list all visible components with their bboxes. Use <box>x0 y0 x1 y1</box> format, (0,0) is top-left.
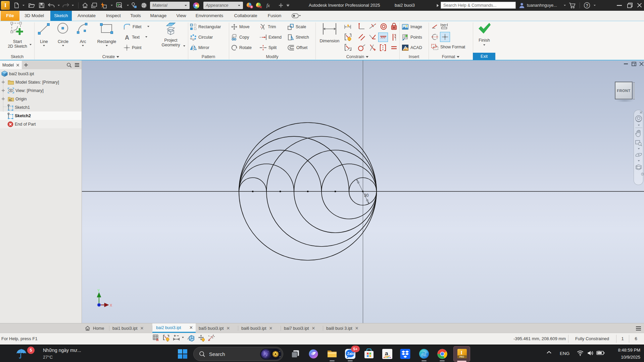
help-icon[interactable]: ? <box>583 2 591 9</box>
copy-button[interactable]: Copy <box>231 34 249 41</box>
show-format-button[interactable]: Show Format <box>431 44 465 50</box>
ms-store-button[interactable] <box>364 349 374 359</box>
look-at-icon[interactable] <box>635 163 642 171</box>
tree-item-model-states[interactable]: Model States: [Primary] <box>0 78 82 86</box>
concentric-constraint-button[interactable] <box>380 23 387 30</box>
weather-icon[interactable] <box>15 349 27 359</box>
expand-plus-icon[interactable] <box>1 97 5 101</box>
doc-tab-bai6[interactable]: bai6 buoi3.ipt✕ <box>238 323 276 333</box>
doc-tab-bai2-active[interactable]: bai2 buoi3.ipt✕ <box>152 323 196 333</box>
user-icon[interactable] <box>518 2 526 9</box>
browser-tab-close-icon[interactable] <box>16 63 19 67</box>
orbit-caret[interactable] <box>635 160 642 162</box>
constraint-inference-toggle[interactable] <box>163 334 170 342</box>
arc-button[interactable]: Arc <box>74 22 92 46</box>
exit-panel-label[interactable]: Exit <box>473 53 495 60</box>
driven-dimension-button[interactable]: (x) <box>440 23 448 30</box>
symmetry-constraint-button[interactable] <box>379 44 387 51</box>
tray-language[interactable]: ENG <box>560 351 569 356</box>
scale-button[interactable]: Scale <box>287 24 306 30</box>
zoom-window-icon[interactable] <box>635 139 642 147</box>
tree-item-end-of-part[interactable]: End of Part <box>0 120 82 128</box>
store-cart-icon[interactable] <box>568 2 576 9</box>
redo-button[interactable] <box>62 2 69 9</box>
horizontal-constraint-button[interactable] <box>378 33 388 42</box>
stretch-button[interactable]: Stretch <box>287 34 309 41</box>
equal-constraint-button[interactable] <box>391 44 397 51</box>
zoom-caret[interactable] <box>635 148 642 150</box>
dimension-display-toggle[interactable] <box>172 334 180 342</box>
tree-item-origin[interactable]: Origin <box>0 95 82 103</box>
new-window-button[interactable] <box>90 2 98 9</box>
ribbon-tab-3d-model[interactable]: 3D Model <box>20 11 48 21</box>
dropbox-button[interactable] <box>400 349 410 359</box>
capture-icon[interactable] <box>116 2 123 9</box>
edge-button[interactable] <box>419 349 429 359</box>
appearance-combobox[interactable]: Appearance <box>203 2 243 9</box>
start-2d-sketch-caret[interactable] <box>30 44 32 45</box>
create-panel-label[interactable]: Create <box>35 54 187 59</box>
tangent-constraint-button[interactable] <box>369 34 376 41</box>
add-qat-icon[interactable] <box>277 2 285 9</box>
dimension-display-caret[interactable] <box>182 337 184 338</box>
quick-launch-dropdown[interactable] <box>110 4 113 7</box>
clear-appearance-icon[interactable] <box>255 2 263 9</box>
circular-pattern-button[interactable]: Circular <box>190 34 213 41</box>
fillet-caret[interactable] <box>147 26 149 27</box>
snap-grid-toggle[interactable] <box>153 334 160 342</box>
circle-caret[interactable] <box>62 45 64 46</box>
close-tab-icon[interactable]: ✕ <box>189 325 193 330</box>
line-button[interactable]: Line <box>35 22 53 46</box>
project-geometry-caret[interactable] <box>183 45 185 47</box>
text-button[interactable]: A Text <box>124 34 140 41</box>
insert-acad-button[interactable]: ACAD <box>402 44 422 51</box>
dimension-button[interactable]: Dimension <box>317 22 342 43</box>
tray-wifi-icon[interactable] <box>577 350 584 356</box>
copilot-button[interactable] <box>308 349 318 359</box>
weather-temperature[interactable]: 27°C <box>43 355 53 360</box>
tray-volume-icon[interactable] <box>587 350 594 356</box>
tree-item-sketch1[interactable]: Sketch1 <box>0 103 82 111</box>
ribbon-tab-sketch[interactable]: Sketch <box>50 11 72 21</box>
move-hint-toggle[interactable] <box>198 334 205 342</box>
lock-constraint-button[interactable] <box>391 22 397 30</box>
insert-image-button[interactable]: Image <box>402 24 422 30</box>
smooth-constraint-button[interactable] <box>358 44 366 51</box>
iproperties-icon[interactable] <box>130 2 138 9</box>
rotate-button[interactable]: Rotate <box>231 44 252 51</box>
centerpoint-format-button[interactable] <box>440 32 450 42</box>
dimension-text[interactable]: 30 <box>364 193 369 198</box>
tree-item-part[interactable]: bai2 buoi3.ipt <box>0 70 82 78</box>
relax-mode-toggle[interactable] <box>207 334 215 342</box>
insert-points-button[interactable]: Points <box>402 34 422 41</box>
adjust-appearance-icon[interactable] <box>246 2 253 9</box>
offset-button[interactable]: Offset <box>287 44 307 51</box>
doc-tab-bai8[interactable]: bai8 buoi 3.ipt✕ <box>323 323 362 333</box>
close-tab-icon[interactable]: ✕ <box>311 326 315 331</box>
rectangle-caret[interactable] <box>106 45 108 46</box>
ribbon-tab-collaborate[interactable]: Collaborate <box>230 11 262 21</box>
help-dropdown[interactable] <box>593 4 596 7</box>
sketch-visibility-toggle[interactable] <box>187 334 195 342</box>
centerline-format-button[interactable] <box>431 33 439 41</box>
open-button[interactable] <box>28 2 35 9</box>
navbar-close-icon[interactable] <box>640 111 642 114</box>
doc-tab-home[interactable]: Home <box>82 323 107 333</box>
move-button[interactable]: Move <box>231 24 250 30</box>
material-combobox[interactable]: Material <box>150 2 190 9</box>
doc-tab-bai1[interactable]: bai1 buoi3.ipt✕ <box>109 323 147 333</box>
ribbon-tab-manage[interactable]: Manage <box>146 11 170 21</box>
close-tab-icon[interactable]: ✕ <box>355 326 359 331</box>
window-minimize-button[interactable] <box>617 5 622 6</box>
inventor-taskbar-button[interactable]: IPRO <box>453 346 470 362</box>
ribbon-tab-environments[interactable]: Environments <box>192 11 227 21</box>
split-button[interactable]: Split <box>259 44 277 51</box>
doc-tab-bai7[interactable]: bai7 buoi3.ipt✕ <box>281 323 318 333</box>
close-tab-icon[interactable]: ✕ <box>269 326 273 331</box>
navigation-wheel-caret[interactable] <box>635 124 642 126</box>
task-view-button[interactable] <box>291 349 300 359</box>
tree-item-sketch2[interactable]: Sketch2 <box>0 111 82 120</box>
tray-battery-icon[interactable] <box>596 351 605 355</box>
close-tab-icon[interactable]: ✕ <box>226 326 230 331</box>
search-highlights-badge[interactable] <box>260 349 281 360</box>
